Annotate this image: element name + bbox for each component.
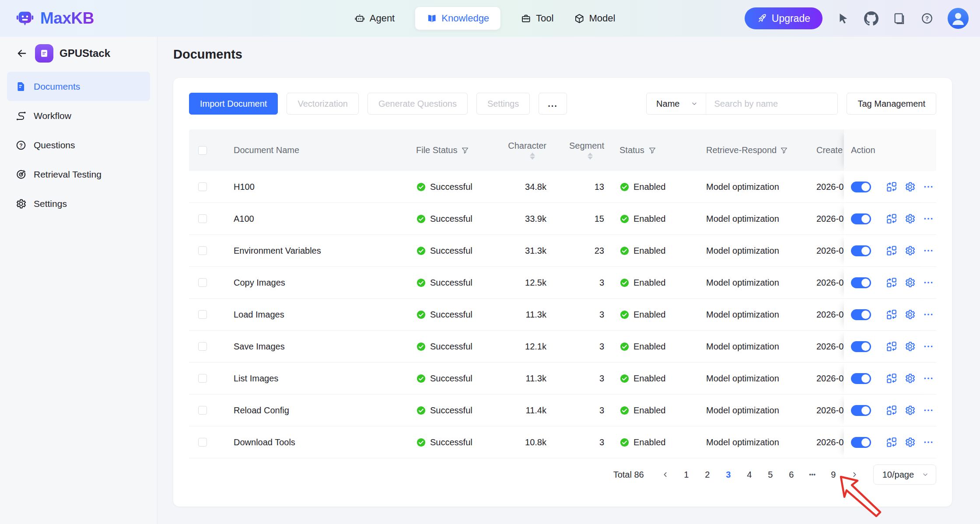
table-row[interactable]: Copy Images Successful 12.5k 3 Enabled M… [189,267,936,299]
table-row[interactable]: Download Tools Successful 10.8k 3 Enable… [189,426,936,458]
segment-icon[interactable] [886,181,897,193]
document-name-cell[interactable]: List Images [231,363,412,394]
row-settings-icon[interactable] [904,309,916,321]
row-checkbox[interactable] [198,342,207,351]
row-settings-icon[interactable] [904,277,916,289]
page-button-3[interactable]: 3 [721,467,736,482]
row-more-icon[interactable] [923,213,934,225]
row-settings-icon[interactable] [904,341,916,353]
tab-tool[interactable]: Tool [521,13,553,24]
import-document-button[interactable]: Import Document [189,93,278,115]
enable-toggle[interactable] [851,182,871,192]
github-icon[interactable] [864,11,878,26]
document-name-cell[interactable]: Load Images [231,299,412,330]
table-row[interactable]: List Images Successful 11.3k 3 Enabled M… [189,363,936,395]
segment-icon[interactable] [886,277,897,289]
row-settings-icon[interactable] [904,245,916,257]
row-settings-icon[interactable] [904,373,916,384]
page-button-4[interactable]: 4 [742,467,757,482]
cursor-icon[interactable] [836,11,850,26]
table-row[interactable]: Save Images Successful 12.1k 3 Enabled M… [189,331,936,363]
segment-icon[interactable] [886,341,897,353]
document-name-cell[interactable]: Reload Config [231,395,412,426]
sidebar-item-documents[interactable]: Documents [7,72,150,101]
sidebar-item-questions[interactable]: ? Questions [7,130,150,160]
sidebar-item-retrieval-testing[interactable]: Retrieval Testing [7,160,150,189]
row-more-icon[interactable] [923,277,934,289]
enable-toggle[interactable] [851,213,871,224]
document-name-cell[interactable]: Save Images [231,331,412,362]
row-more-icon[interactable] [923,245,934,257]
next-page-button[interactable] [847,467,862,482]
row-checkbox[interactable] [198,406,207,415]
document-name-cell[interactable]: Copy Images [231,267,412,298]
segment-icon[interactable] [886,309,897,321]
generate-questions-button[interactable]: Generate Questions [368,93,468,115]
page-button-1[interactable]: 1 [679,467,694,482]
document-name-cell[interactable]: A100 [231,203,412,234]
enable-toggle[interactable] [851,341,871,352]
sort-icon[interactable] [588,153,593,160]
more-actions-button[interactable]: ... [539,93,567,115]
table-row[interactable]: H100 Successful 34.8k 13 Enabled Model o… [189,171,936,203]
row-more-icon[interactable] [923,373,934,384]
tag-management-button[interactable]: Tag Management [847,93,936,115]
tab-agent[interactable]: Agent [354,13,395,24]
segment-icon[interactable] [886,437,897,448]
help-icon[interactable]: ? [920,11,934,26]
row-checkbox[interactable] [198,374,207,383]
row-more-icon[interactable] [923,341,934,353]
search-field-select[interactable]: Name [647,93,706,114]
enable-toggle[interactable] [851,277,871,288]
page-button-5[interactable]: 5 [763,467,778,482]
enable-toggle[interactable] [851,373,871,384]
row-more-icon[interactable] [923,405,934,416]
table-row[interactable]: A100 Successful 33.9k 15 Enabled Model o… [189,203,936,235]
prev-page-button[interactable] [658,467,673,482]
filter-icon[interactable] [780,147,788,154]
sidebar-item-settings[interactable]: Settings [7,189,150,218]
docs-icon[interactable] [892,11,906,26]
row-checkbox[interactable] [198,246,207,255]
row-more-icon[interactable] [923,309,934,321]
search-input[interactable] [706,93,837,114]
page-button-2[interactable]: 2 [700,467,715,482]
row-checkbox[interactable] [198,310,207,319]
page-size-select[interactable]: 10/page [873,465,936,485]
row-more-icon[interactable] [923,181,934,193]
row-settings-icon[interactable] [904,405,916,416]
page-ellipsis[interactable]: ••• [805,467,820,482]
row-more-icon[interactable] [923,437,934,448]
settings-button[interactable]: Settings [476,93,530,115]
upgrade-button[interactable]: Upgrade [745,7,822,29]
page-button-9[interactable]: 9 [826,467,841,482]
tab-model[interactable]: Model [574,13,615,24]
filter-icon[interactable] [461,147,469,154]
document-name-cell[interactable]: Download Tools [231,426,412,458]
document-name-cell[interactable]: Environment Variables [231,235,412,266]
sidebar-item-workflow[interactable]: Workflow [7,101,150,130]
page-button-6[interactable]: 6 [784,467,799,482]
table-row[interactable]: Load Images Successful 11.3k 3 Enabled M… [189,299,936,331]
enable-toggle[interactable] [851,405,871,416]
enable-toggle[interactable] [851,437,871,448]
avatar[interactable] [948,8,969,29]
row-checkbox[interactable] [198,278,207,287]
document-name-cell[interactable]: H100 [231,171,412,203]
enable-toggle[interactable] [851,309,871,320]
enable-toggle[interactable] [851,245,871,256]
sort-icon[interactable] [530,153,535,160]
row-checkbox[interactable] [198,438,207,447]
row-settings-icon[interactable] [904,213,916,225]
segment-icon[interactable] [886,405,897,416]
segment-icon[interactable] [886,213,897,225]
filter-icon[interactable] [648,147,656,154]
row-settings-icon[interactable] [904,437,916,448]
table-row[interactable]: Environment Variables Successful 31.3k 2… [189,235,936,267]
row-settings-icon[interactable] [904,181,916,193]
select-all-checkbox[interactable] [198,146,207,155]
table-row[interactable]: Reload Config Successful 11.4k 3 Enabled… [189,395,936,426]
vectorization-button[interactable]: Vectorization [287,93,359,115]
segment-icon[interactable] [886,245,897,257]
tab-knowledge[interactable]: Knowledge [415,7,500,30]
